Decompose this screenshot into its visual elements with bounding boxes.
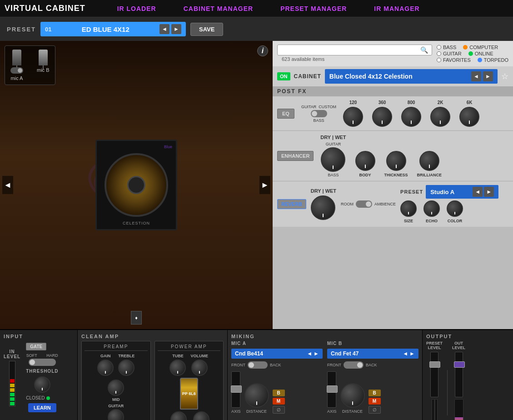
search-input[interactable] — [281, 47, 418, 54]
closed-label: CLOSED — [26, 395, 45, 400]
power-amp-top: TUBE VOLUME — [158, 354, 221, 376]
mic-b-front-back-switch[interactable] — [344, 361, 364, 369]
favorite-button[interactable]: ☆ — [501, 71, 508, 81]
online-led — [468, 51, 473, 56]
mic-a-b-button[interactable]: B — [273, 390, 285, 396]
thickness-knob[interactable] — [386, 151, 406, 171]
soft-hard-knob — [30, 360, 35, 365]
enhancer-button[interactable]: ENHANCER — [277, 151, 314, 161]
enhancer-dry-wet-knob[interactable] — [321, 147, 345, 172]
mic-b-prev[interactable]: ◄ — [403, 350, 408, 357]
filter-computer[interactable]: COMPUTER — [463, 45, 498, 50]
right-panel: 🔍 623 available items BASS COMPUTER — [273, 41, 513, 329]
cabinet-name-prev[interactable]: ◄ — [471, 71, 481, 81]
mic-a-prev[interactable]: ◄ — [307, 350, 312, 357]
preset-prev-button[interactable]: ◄ — [159, 24, 169, 34]
size-knob[interactable] — [400, 200, 417, 217]
bass-radio[interactable] — [437, 45, 441, 50]
hard-label: HARD — [46, 353, 58, 358]
mid-knob[interactable] — [108, 380, 124, 396]
mid-label: MID — [112, 397, 120, 402]
body-knob[interactable] — [355, 151, 375, 171]
mic-b-m-button[interactable]: M — [369, 398, 381, 405]
bass-mode-label: BASS — [313, 118, 324, 123]
mic-a-front-back-switch[interactable] — [248, 361, 268, 369]
reverb-preset-prev[interactable]: ◄ — [473, 187, 483, 197]
preset-level-fader[interactable] — [430, 352, 438, 397]
mic-b-selector[interactable]: Cnd Fet 47 ◄ ► — [327, 349, 418, 359]
input-section: INPUT INLEVEL GATE SOFT HARD — [0, 330, 77, 420]
reverb-mode-toggle: ROOM AMBIENCE — [341, 200, 396, 208]
cabinet-prev-button[interactable]: ◄ — [2, 176, 13, 194]
depth-knob[interactable] — [193, 411, 209, 420]
mic-a-phase-button[interactable]: ∅ — [273, 406, 285, 414]
miking-mics: MIC A Cnd Be414 ◄ ► FRONT BACK — [231, 341, 418, 416]
eq-6k-knob[interactable] — [459, 107, 479, 127]
treble-knob[interactable] — [118, 360, 134, 376]
out-level-fader[interactable] — [455, 352, 463, 397]
contour-knob-item: CONTOUR — [168, 411, 189, 420]
reverb-button[interactable]: REVERB — [277, 199, 306, 209]
eq-knob-360: 360 — [372, 100, 392, 127]
eq-800-knob[interactable] — [401, 107, 421, 127]
gain-knob[interactable] — [97, 360, 114, 376]
mic-a-distance-knob[interactable] — [244, 383, 269, 408]
cabinet-next-button[interactable]: ► — [259, 176, 270, 194]
reverb-knobs: SIZE ECHO COLOR — [400, 200, 498, 223]
filter-favorites[interactable]: FAVORITES — [437, 57, 471, 63]
eq-knob-800: 800 — [401, 100, 421, 127]
nav-ir-loader[interactable]: IR LOADER — [117, 5, 156, 12]
guitar-radio[interactable] — [437, 51, 441, 56]
soft-hard-switch[interactable] — [29, 359, 56, 366]
threshold-knob[interactable] — [34, 376, 50, 393]
gate-button[interactable]: GATE — [26, 343, 46, 350]
eq-360-knob[interactable] — [372, 107, 392, 127]
favorites-radio[interactable] — [437, 58, 441, 62]
mic-b-phase-button[interactable]: ∅ — [369, 406, 381, 414]
cabinet-name-next[interactable]: ► — [483, 71, 493, 81]
brilliance-knob[interactable] — [419, 151, 439, 171]
mic-a-next[interactable]: ► — [314, 350, 319, 357]
mic-b-axis-fader[interactable] — [327, 371, 336, 408]
filter-guitar[interactable]: GUITAR — [437, 51, 462, 56]
soft-hard-toggle: SOFT HARD — [26, 353, 58, 366]
tube-knob[interactable] — [169, 360, 186, 376]
bass-preamp-knob[interactable] — [108, 409, 124, 420]
filter-online[interactable]: ONLINE — [468, 51, 493, 56]
color-knob[interactable] — [447, 200, 463, 217]
reverb-dry-wet-knob[interactable] — [311, 195, 335, 220]
mic-b-next[interactable]: ► — [409, 350, 415, 357]
nav-preset-manager[interactable]: PRESET MANAGER — [280, 5, 347, 12]
mic-b-distance-knob[interactable] — [340, 383, 365, 408]
cabinet-on-button[interactable]: ON — [277, 72, 290, 80]
preset-selector[interactable]: 01 ED BLUE 4X12 ◄ ► — [40, 22, 186, 36]
input-header: INPUT — [4, 334, 74, 339]
eq-120-knob[interactable] — [343, 107, 363, 127]
contour-knob[interactable] — [170, 411, 187, 420]
mic-a-selector[interactable]: Cnd Be414 ◄ ► — [231, 349, 323, 359]
midi-button[interactable]: ♦ — [131, 311, 142, 325]
mic-b-b-button[interactable]: B — [369, 390, 381, 396]
enhancer-thickness: THICKNESS — [384, 151, 408, 177]
eq-button[interactable]: EQ — [277, 109, 294, 119]
nav-cabinet-manager[interactable]: CABINET MANAGER — [184, 5, 253, 12]
preamp-section: PREAMP GAIN TREBLE MID — [81, 341, 151, 420]
eq-2k-knob[interactable] — [430, 107, 450, 127]
echo-knob[interactable] — [423, 200, 440, 217]
volume-knob[interactable] — [191, 360, 208, 376]
reverb-preset-next[interactable]: ► — [484, 187, 494, 197]
computer-label: COMPUTER — [469, 45, 498, 50]
filter-bass[interactable]: BASS — [437, 45, 456, 50]
reverb-toggle-switch[interactable] — [356, 200, 372, 208]
learn-button[interactable]: LEARN — [28, 403, 56, 412]
preset-meter-l — [432, 399, 434, 420]
filter-torpedo[interactable]: TORPEDO — [478, 57, 508, 63]
save-button[interactable]: SAVE — [190, 23, 223, 36]
mic-a-axis-fader[interactable] — [231, 371, 240, 408]
volume-knob-item: VOLUME — [190, 354, 208, 376]
mic-a-m-button[interactable]: M — [273, 398, 285, 405]
eq-knob-6k: 6K — [459, 100, 479, 127]
preset-next-button[interactable]: ► — [171, 24, 181, 34]
nav-ir-manager[interactable]: IR MANAGER — [374, 5, 419, 12]
eq-mode-toggle-switch[interactable] — [311, 110, 327, 117]
